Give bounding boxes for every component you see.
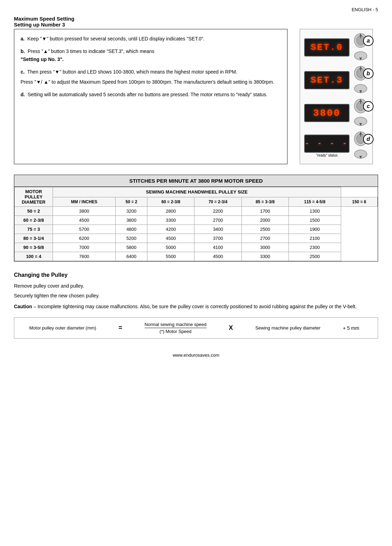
- data-cell: 2100: [289, 234, 341, 243]
- data-cell: 2700: [194, 216, 241, 225]
- data-cell: 1500: [289, 216, 341, 225]
- data-cell: 4500: [53, 216, 116, 225]
- display-row-a: SET.0: [304, 33, 368, 62]
- sub-header-0: MM / INCHES: [53, 197, 116, 206]
- fraction-numerator: Normal sewing machine speed: [145, 322, 207, 328]
- data-cell: 5800: [116, 243, 147, 252]
- display-row-c: 3800: [304, 98, 368, 128]
- step-a: a. Keep "▼" button pressed for several s…: [21, 35, 281, 43]
- row-header-cell: 90 = 3-5/8: [15, 243, 53, 252]
- data-cell: 6200: [53, 234, 116, 243]
- data-cell: 3700: [194, 234, 241, 243]
- led-display-c: 3800: [304, 104, 349, 122]
- led-display-d: - - - -: [304, 135, 349, 153]
- data-cell: 3400: [194, 225, 241, 234]
- formula-box: Motor pulley outer diameter (mm) = Norma…: [14, 317, 378, 339]
- table-row: 50 = 2380032002800220017001300: [15, 207, 378, 216]
- data-cell: 7000: [53, 243, 116, 252]
- table-section: STITCHES PER MINUTE AT 3800 RPM MOTOR SP…: [14, 175, 378, 261]
- diagram-wrapper: SET.0: [300, 29, 373, 164]
- table-row: 100 = 4760064005500450033002500: [15, 252, 378, 261]
- data-cell: 2200: [194, 207, 241, 216]
- circle-label-b: b: [363, 68, 374, 79]
- formula-equals: =: [115, 324, 126, 332]
- data-cell: 4100: [194, 243, 241, 252]
- formula-plus: + 5 mm: [339, 325, 363, 331]
- formula-right: Sewing machine pulley diameter: [255, 325, 321, 332]
- diagram-column: SET.0: [294, 29, 378, 164]
- caution-text: Caution – Incomplete tightening may caus…: [14, 303, 378, 310]
- tighten-pulley-text: Securely tighten the new chosen pulley.: [14, 293, 378, 298]
- sub-header-5: 115 = 4-5/8: [289, 197, 341, 206]
- step-c: c. Then press "▼" button and LED shows 1…: [21, 68, 281, 86]
- step-d: d. Setting will be automatically saved 5…: [21, 91, 281, 98]
- sub-header-3: 70 = 2-3/4: [194, 197, 241, 206]
- data-cell: 3000: [241, 243, 289, 252]
- changing-pulley-heading: Changing the Pulley: [14, 272, 378, 278]
- data-cell: 5500: [147, 252, 194, 261]
- stitches-table: MOTOR PULLEY DIAMETER SEWING MACHINE HAN…: [14, 187, 378, 261]
- data-cell: 5000: [147, 243, 194, 252]
- data-cell: 4500: [147, 234, 194, 243]
- display-row-d: - - - - "ready" status: [304, 131, 368, 160]
- data-cell: 6400: [116, 252, 147, 261]
- sub-header-1: 50 = 2: [116, 197, 147, 206]
- formula-times: X: [225, 324, 237, 332]
- circle-label-d: d: [363, 134, 374, 144]
- data-cell: 1300: [289, 207, 341, 216]
- row-header-cell: 80 = 3-1/4: [15, 234, 53, 243]
- led-display-b: SET.3: [304, 71, 349, 89]
- ready-status-label: "ready" status: [316, 153, 338, 157]
- page-header: ENGLISH - 5: [14, 7, 378, 12]
- sub-header-6: 150 = 6: [341, 197, 377, 206]
- dial-svg-a2: [353, 51, 368, 62]
- data-cell: 1700: [241, 207, 289, 216]
- display-row-b: SET.3: [304, 66, 368, 95]
- data-cell: 3800: [116, 216, 147, 225]
- data-cell: 3300: [241, 252, 289, 261]
- row-header-cell: 75 = 3: [15, 225, 53, 234]
- circle-label-a: a: [363, 36, 374, 46]
- section-title: Maximum Speed Setting Setting up Number …: [14, 16, 378, 28]
- led-display-a: SET.0: [304, 38, 349, 56]
- data-cell: 2000: [241, 216, 289, 225]
- formula-fraction: Normal sewing machine speed (*) Motor Sp…: [145, 322, 207, 334]
- table-row: 90 = 3-5/8700058005000410030002300: [15, 243, 378, 252]
- data-cell: 5200: [116, 234, 147, 243]
- table-row: 80 = 3-1/4620052004500370027002100: [15, 234, 378, 243]
- data-cell: 1900: [289, 225, 341, 234]
- table-row: 75 = 3570048004200340025001900: [15, 225, 378, 234]
- sub-header-2: 60 = 2-3/8: [147, 197, 194, 206]
- row-header-cell: 100 = 4: [15, 252, 53, 261]
- changing-pulley-section: Changing the Pulley Remove pulley cover …: [14, 272, 378, 310]
- col-header-motor: MOTOR PULLEY DIAMETER: [15, 187, 53, 207]
- data-cell: 2500: [289, 252, 341, 261]
- data-cell: 3800: [53, 207, 116, 216]
- table-row: 60 = 2-3/8450038003300270020001500: [15, 216, 378, 225]
- row-header-cell: 60 = 2-3/8: [15, 216, 53, 225]
- data-cell: 2800: [147, 207, 194, 216]
- fraction-denominator: (*) Motor Speed: [160, 329, 192, 334]
- dial-svg-c2: [353, 116, 368, 128]
- data-cell: 2500: [241, 225, 289, 234]
- step-b: b. Press "▲" button 3 times to indicate …: [21, 47, 281, 63]
- remove-pulley-text: Remove pulley cover and pulley.: [14, 283, 378, 289]
- data-cell: 4200: [147, 225, 194, 234]
- sub-header-4: 85 = 3-3/8: [241, 197, 289, 206]
- dial-svg-d2: [353, 149, 368, 160]
- data-cell: 5700: [53, 225, 116, 234]
- circle-label-c: c: [363, 101, 374, 112]
- footer-url: www.endurosaves.com: [14, 352, 378, 358]
- col-header-sewing: SEWING MACHINE HANDWHEEL PULLEY SIZE: [53, 187, 341, 197]
- table-header-row-2: MM / INCHES 50 = 2 60 = 2-3/8 70 = 2-3/4…: [15, 197, 378, 206]
- table-title: STITCHES PER MINUTE AT 3800 RPM MOTOR SP…: [14, 175, 378, 187]
- data-cell: 4800: [116, 225, 147, 234]
- data-cell: 2300: [289, 243, 341, 252]
- data-cell: 3200: [116, 207, 147, 216]
- data-cell: 7600: [53, 252, 116, 261]
- formula-left: Motor pulley outer diameter (mm): [29, 325, 96, 332]
- dial-svg-b2: [353, 83, 368, 95]
- data-cell: 2700: [241, 234, 289, 243]
- data-cell: 3300: [147, 216, 194, 225]
- data-cell: 4500: [194, 252, 241, 261]
